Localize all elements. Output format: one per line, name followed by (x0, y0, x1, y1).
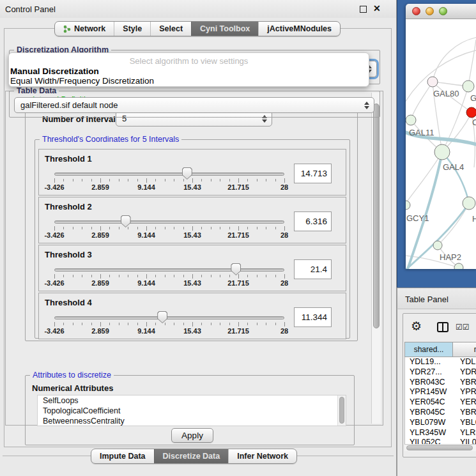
slider-ticks (54, 178, 284, 183)
table-body: YDL19...YDL1YDR27...YDR2YBR043CYBR0YPR14… (404, 357, 476, 444)
table-horizontal-scrollbar[interactable] (404, 444, 476, 451)
control-panel-titlebar: Control Panel ✕ (0, 0, 396, 18)
threshold-panel: Threshold 4-3.4262.8599.14415.4321.71528… (38, 293, 346, 339)
tab-cyni-toolbox[interactable]: Cyni Toolbox (191, 22, 258, 36)
network-edge[interactable] (411, 82, 433, 120)
cyni-mode-tabs: Impute DataDiscretize DataInfer Network (91, 449, 297, 464)
table-cell: YIL0 (454, 438, 476, 444)
tab-style[interactable]: Style (114, 22, 150, 36)
node-table: shared...na YDL19...YDL1YDR27...YDR2YBR0… (404, 342, 476, 444)
network-node[interactable] (406, 201, 410, 210)
node-label: GAL11 (409, 128, 434, 137)
table-row[interactable]: YBL079WYBL0 (405, 418, 476, 428)
threshold-label: Threshold 4 (45, 298, 92, 307)
float-window-icon[interactable] (360, 6, 367, 13)
apply-button[interactable]: Apply (171, 428, 213, 443)
threshold-label: Threshold 3 (45, 250, 92, 259)
minimize-traffic-light-icon[interactable] (426, 7, 434, 15)
screen: Control Panel ✕ NetworkStyleSelectCyni T… (0, 0, 476, 476)
network-node[interactable] (434, 144, 450, 160)
slider-ticks (54, 226, 284, 231)
table-cell: YER054C (405, 397, 454, 408)
dropdown-option[interactable]: Manual Discretization (9, 66, 369, 76)
table-row[interactable]: YER054CYER0 (405, 397, 476, 408)
tab-infer-network[interactable]: Infer Network (228, 449, 296, 463)
table-panel: ⚙ ☑☑ shared...na YDL19...YDL1YDR27...YDR… (397, 309, 476, 476)
node-label: GAL80 (433, 89, 459, 98)
slider-track[interactable] (54, 220, 284, 224)
network-edge[interactable] (433, 37, 476, 82)
table-row[interactable]: YDL19...YDL1 (405, 357, 476, 367)
table-cell: YDR2 (454, 367, 476, 378)
network-graph-canvas[interactable]: GAL80GACGAL11GAL4GCY1HHAP2 (406, 19, 476, 269)
scrollbar-thumb[interactable] (373, 104, 380, 328)
slider-track[interactable] (54, 316, 284, 319)
table-cell: YDL1 (454, 357, 476, 367)
network-node[interactable] (463, 197, 475, 210)
tab-impute-data[interactable]: Impute Data (91, 449, 154, 463)
node-label: H (472, 214, 476, 224)
slider-scale-labels: -3.4262.8599.14415.4321.71528 (54, 279, 284, 288)
tab-network[interactable]: Network (55, 22, 114, 36)
table-cell: YIL052C (405, 438, 454, 444)
slider-track[interactable] (54, 173, 284, 176)
network-node[interactable] (433, 241, 442, 250)
table-row[interactable]: YLR345WYLR3 (405, 428, 476, 438)
table-cell: YBL0 (454, 418, 476, 428)
attributes-list-scrollbar[interactable] (337, 395, 346, 426)
select-columns-icon[interactable]: ☑☑ (456, 323, 470, 332)
thresholds-group: Threshold's Coordinates for 5 Intervals … (35, 139, 350, 339)
table-column-header[interactable]: na (453, 342, 476, 357)
close-icon[interactable]: ✕ (373, 3, 381, 13)
attribute-list-item[interactable]: BetweennessCentrality (38, 416, 346, 426)
close-traffic-light-icon[interactable] (412, 7, 420, 15)
network-node[interactable] (463, 81, 474, 92)
network-node[interactable] (466, 107, 476, 118)
tab-jactivemnodules[interactable]: jActiveMNodules (258, 22, 340, 36)
slider-scale-labels: -3.4262.8599.14415.4321.71528 (54, 231, 284, 240)
attribute-list-item[interactable]: TopologicalCoefficient (38, 406, 346, 416)
table-row[interactable]: YDR27...YDR2 (405, 367, 476, 378)
tab-discretize-data[interactable]: Discretize Data (154, 449, 229, 463)
table-cell: YDL19... (405, 357, 454, 367)
table-data-combobox[interactable]: galFiltered.sif default node (14, 97, 374, 113)
network-edge[interactable] (468, 40, 476, 86)
table-row[interactable]: YBR043CYBR0 (405, 378, 476, 388)
table-data-value: galFiltered.sif default node (20, 100, 118, 110)
slider-scale-labels: -3.4262.8599.14415.4321.71528 (54, 183, 284, 192)
attribute-list-item[interactable]: SelfLoops (38, 395, 346, 406)
table-row[interactable]: YBR045CYBR0 (405, 408, 476, 418)
combo-arrows-icon (364, 102, 369, 109)
threshold-label: Threshold 1 (45, 154, 92, 164)
threshold-value-field[interactable]: 11.344 (294, 307, 332, 327)
threshold-value-field[interactable]: 14.713 (294, 164, 332, 183)
tab-label: Select (159, 22, 183, 36)
network-node[interactable] (406, 115, 416, 125)
numerical-attributes-list[interactable]: SelfLoopsTopologicalCoefficientBetweenne… (37, 395, 346, 426)
network-node[interactable] (427, 77, 438, 87)
zoom-traffic-light-icon[interactable] (439, 7, 447, 15)
scrollbar-thumb[interactable] (406, 445, 473, 450)
table-cell: YER0 (454, 397, 476, 408)
settings-vertical-scrollbar[interactable] (371, 93, 381, 424)
network-node[interactable] (454, 263, 463, 269)
slider-track[interactable] (54, 268, 284, 272)
node-label: C (472, 118, 476, 127)
columns-icon[interactable] (437, 322, 449, 332)
network-window-titlebar (406, 4, 476, 19)
tab-select[interactable]: Select (150, 22, 191, 36)
table-panel-title: Table Panel (405, 295, 449, 304)
threshold-value-field[interactable]: 6.316 (294, 211, 332, 231)
node-label: GA (470, 93, 476, 103)
table-cell: YBR043C (405, 378, 454, 388)
table-column-header[interactable]: shared... (404, 342, 453, 357)
thresholds-group-title: Threshold's Coordinates for 5 Intervals (40, 135, 181, 144)
table-row[interactable]: YPR145WYPR1 (405, 387, 476, 397)
gear-icon[interactable]: ⚙ (411, 320, 422, 332)
table-cell: YLR345W (405, 428, 454, 438)
dropdown-option[interactable]: Equal Width/Frequency Discretization (9, 76, 369, 86)
threshold-value-field[interactable]: 21.4 (294, 259, 332, 279)
tab-label: Cyni Toolbox (200, 22, 250, 36)
network-edge[interactable] (442, 152, 469, 203)
table-row[interactable]: YIL052CYIL0 (405, 438, 476, 444)
